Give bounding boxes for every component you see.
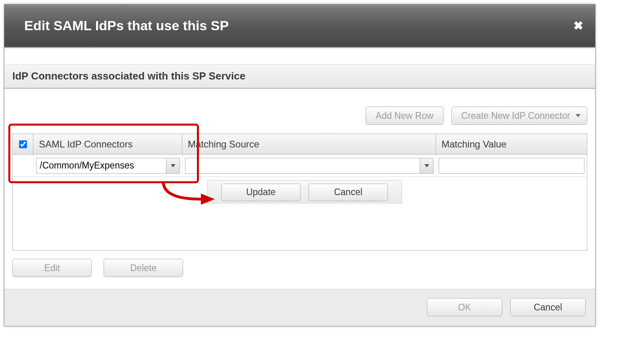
row-checkbox-cell bbox=[13, 155, 33, 176]
row-value-cell bbox=[436, 155, 587, 176]
header-matching-value[interactable]: Matching Value bbox=[436, 134, 587, 154]
table-row bbox=[13, 155, 587, 177]
header-checkbox-cell bbox=[13, 134, 33, 154]
section-heading: IdP Connectors associated with this SP S… bbox=[4, 64, 595, 89]
chevron-down-icon[interactable] bbox=[420, 158, 433, 173]
row-action-bar: Update Cancel bbox=[207, 180, 402, 204]
table-top-toolbar: Add New Row Create New IdP Connector bbox=[4, 89, 595, 134]
matching-source-select[interactable] bbox=[185, 158, 434, 174]
table-header-row: SAML IdP Connectors Matching Source Matc… bbox=[13, 134, 587, 155]
chevron-down-icon[interactable] bbox=[166, 158, 179, 173]
edit-button[interactable]: Edit bbox=[12, 259, 92, 277]
table-footer-toolbar: Edit Delete bbox=[4, 251, 595, 289]
header-connectors[interactable]: SAML IdP Connectors bbox=[33, 134, 182, 154]
dialog-footer: OK Cancel bbox=[4, 289, 595, 326]
saml-idp-connector-select[interactable] bbox=[36, 158, 180, 174]
header-matching-source[interactable]: Matching Source bbox=[182, 134, 436, 154]
select-all-checkbox[interactable] bbox=[19, 140, 27, 148]
delete-button[interactable]: Delete bbox=[104, 259, 183, 277]
matching-value-input[interactable] bbox=[439, 158, 584, 174]
dialog-titlebar: Edit SAML IdPs that use this SP ✖ bbox=[4, 4, 595, 48]
create-new-idp-connector-button[interactable]: Create New IdP Connector bbox=[451, 107, 587, 125]
update-button[interactable]: Update bbox=[221, 184, 301, 201]
cancel-row-button[interactable]: Cancel bbox=[309, 184, 388, 201]
cancel-dialog-button[interactable]: Cancel bbox=[510, 298, 586, 316]
idp-connectors-table: SAML IdP Connectors Matching Source Matc… bbox=[12, 134, 587, 251]
row-source-cell bbox=[182, 155, 436, 176]
ok-button[interactable]: OK bbox=[427, 298, 502, 316]
caret-down-icon bbox=[576, 114, 580, 117]
dialog-title: Edit SAML IdPs that use this SP bbox=[24, 18, 229, 33]
close-icon[interactable]: ✖ bbox=[573, 19, 583, 33]
edit-saml-idps-dialog: Edit SAML IdPs that use this SP ✖ IdP Co… bbox=[4, 4, 596, 326]
create-new-idp-connector-label: Create New IdP Connector bbox=[461, 111, 570, 121]
saml-idp-connector-input[interactable] bbox=[37, 158, 166, 173]
row-connector-cell bbox=[33, 155, 182, 176]
matching-source-input[interactable] bbox=[185, 158, 420, 173]
add-new-row-button[interactable]: Add New Row bbox=[366, 107, 443, 125]
dialog-content: IdP Connectors associated with this SP S… bbox=[4, 64, 595, 289]
